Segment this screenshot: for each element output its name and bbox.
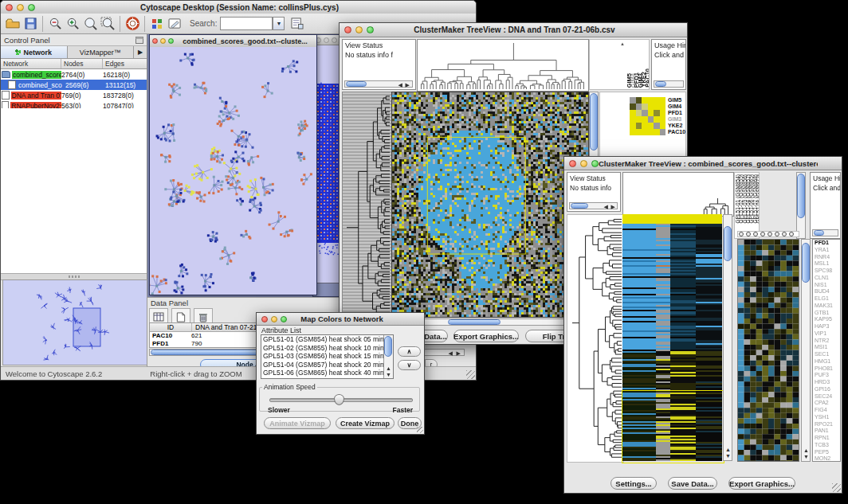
zoom-fit-icon[interactable]: [99, 16, 116, 32]
gene-list-item[interactable]: VIP1: [813, 330, 840, 338]
search-options-icon[interactable]: [289, 16, 306, 32]
tv1-row-dendrogram[interactable]: [342, 92, 393, 318]
attribute-list-item[interactable]: GPL51-02 (GSM855) heat shock 10 min: [261, 344, 383, 353]
attribute-list-item[interactable]: GPL51-01 (GSM854) heat shock 05 min: [261, 335, 383, 344]
move-up-button[interactable]: ∧: [398, 346, 421, 357]
zoom-button[interactable]: [332, 37, 337, 43]
tv2-hints-hscrollbar[interactable]: [812, 229, 838, 236]
attribute-list-item[interactable]: GPL51-04 (GSM857) heat shock 20 min: [261, 361, 383, 369]
gene-list-item[interactable]: HRD3: [813, 379, 840, 386]
resize-grip[interactable]: [417, 427, 423, 433]
create-vizmap-button[interactable]: Create Vizmap: [336, 417, 395, 429]
gene-list-item[interactable]: GTB1: [813, 310, 840, 317]
gene-list-item[interactable]: YSH1: [813, 414, 840, 421]
gene-list-item[interactable]: SPC98: [813, 268, 840, 275]
gene-list-item[interactable]: TCB3: [813, 442, 840, 449]
tab-network[interactable]: Network: [1, 46, 68, 58]
tv2-export-graphics-button[interactable]: Export Graphics...: [728, 477, 795, 490]
gene-list-item[interactable]: ELG1: [813, 295, 840, 303]
close-button[interactable]: [569, 160, 576, 167]
tv2-save-data-button[interactable]: Save Data...: [668, 477, 717, 490]
gene-list-item[interactable]: MSI1: [813, 344, 840, 351]
network-view-window[interactable]: combined_scores_good.txt--cluste...: [149, 34, 317, 295]
gene-list-item[interactable]: KAP95: [813, 316, 840, 323]
gene-list-item[interactable]: NTR2: [813, 338, 840, 345]
zoom-button[interactable]: [281, 316, 287, 322]
network-table-row[interactable]: combined_scores2764(0)16218(0): [1, 69, 147, 80]
search-input[interactable]: [220, 17, 273, 30]
minimize-button[interactable]: [160, 38, 166, 44]
tab-vizmapper[interactable]: VizMapper™: [68, 46, 135, 58]
tv2-heat-vscrollbar[interactable]: ▲ ▼: [723, 214, 732, 461]
gene-list-item[interactable]: MSL1: [813, 260, 840, 268]
tv2-labels-vscrollbar[interactable]: [796, 172, 806, 239]
gene-list-item[interactable]: HMG1: [813, 358, 840, 365]
gene-list-item[interactable]: PEP5: [813, 449, 840, 456]
minimize-button[interactable]: [355, 26, 363, 33]
gene-list-item[interactable]: MON2: [813, 455, 840, 462]
move-down-button[interactable]: ∨: [398, 360, 421, 370]
tv2-row-dendrogram[interactable]: [567, 214, 624, 463]
gene-list-item[interactable]: GPI16: [813, 386, 840, 393]
network-graph-view[interactable]: [150, 47, 316, 295]
minimize-button[interactable]: [17, 4, 24, 11]
network-table-row[interactable]: DNA and Tran 07769(0)183728(0): [1, 90, 147, 100]
zoom-out-icon[interactable]: [46, 16, 64, 32]
zoom-button[interactable]: [591, 160, 599, 167]
tv2-status-hscrollbar[interactable]: ◀ ▶: [569, 202, 618, 209]
minimize-button[interactable]: [271, 316, 277, 322]
gene-list-item[interactable]: HAP3: [813, 323, 840, 330]
tv1-heatmap[interactable]: [391, 92, 589, 318]
tabs-overflow-arrow[interactable]: ▶: [134, 46, 147, 58]
zoom-selected-icon[interactable]: [81, 16, 99, 32]
tv2-column-dendrogram[interactable]: [622, 172, 734, 217]
float-panel-icon[interactable]: [135, 33, 143, 47]
attribute-list-item[interactable]: GPL51-03 (GSM856) heat shock 15 min: [261, 352, 383, 361]
zoom-button[interactable]: [168, 38, 174, 44]
resize-grip[interactable]: [832, 483, 841, 492]
tv1-column-dendrogram[interactable]: [417, 39, 589, 92]
gene-list-item[interactable]: SEC1: [813, 351, 840, 358]
gene-list-item[interactable]: YRA1: [813, 247, 840, 254]
annotation-note-icon[interactable]: [166, 16, 183, 32]
gene-list-item[interactable]: CLN1: [813, 275, 840, 282]
gene-list-item[interactable]: NIS1: [813, 282, 840, 289]
zoom-button[interactable]: [28, 4, 35, 11]
gene-list-item[interactable]: PUF3: [813, 372, 840, 379]
animate-vizmap-button[interactable]: Animate Vizmap: [264, 417, 331, 429]
gene-list-item[interactable]: PFD1: [813, 240, 840, 247]
animation-slider-thumb[interactable]: [334, 394, 344, 405]
attribute-list-item[interactable]: GPL51-07 (GSM868) heat shock 60 min: [261, 377, 383, 380]
close-button[interactable]: [6, 4, 13, 11]
attribute-listbox[interactable]: GPL51-01 (GSM854) heat shock 05 minGPL51…: [261, 334, 394, 379]
tv1-zoom-matrix[interactable]: [630, 97, 665, 135]
save-icon[interactable]: [22, 16, 39, 32]
gene-list-item[interactable]: RPN1: [813, 435, 840, 442]
tv1-export-graphics-button[interactable]: Export Graphics...: [453, 330, 519, 342]
tv1-status-hscrollbar[interactable]: ◀ ▶: [344, 80, 413, 88]
attribute-list-vscrollbar[interactable]: ▲ ▼: [383, 335, 393, 378]
help-lifering-icon[interactable]: [124, 16, 141, 32]
zoom-in-icon[interactable]: [64, 16, 81, 32]
gene-list-item[interactable]: RNR4: [813, 254, 840, 261]
close-button[interactable]: [261, 316, 268, 322]
resize-grip[interactable]: [466, 370, 475, 379]
attribute-list-item[interactable]: GPL51-06 (GSM865) heat shock 40 min: [261, 369, 383, 377]
close-button[interactable]: [344, 26, 351, 33]
vizmapper-grid-icon[interactable]: [148, 16, 166, 32]
gene-list-item[interactable]: PAN1: [813, 428, 840, 435]
gene-list-item[interactable]: BUD4: [813, 288, 840, 295]
zoom-button[interactable]: [367, 26, 374, 33]
gene-list-item[interactable]: MAK31: [813, 303, 840, 310]
minimize-button[interactable]: [580, 160, 587, 167]
gene-list-item[interactable]: RPO21: [813, 421, 840, 428]
gene-list-item[interactable]: PHO81: [813, 365, 840, 373]
minimize-button[interactable]: [324, 37, 329, 43]
tv2-settings-button[interactable]: Settings...: [610, 477, 657, 490]
search-dropdown-button[interactable]: ▼: [273, 17, 285, 30]
tv1-hints-hscrollbar[interactable]: [654, 80, 684, 88]
gene-list-item[interactable]: FIG4: [813, 407, 840, 414]
tv2-gene-vscrollbar[interactable]: ▲ ▼: [801, 239, 811, 462]
gene-list-item[interactable]: SEC24: [813, 393, 840, 400]
tv2-zoom-heatmap[interactable]: [737, 239, 799, 462]
